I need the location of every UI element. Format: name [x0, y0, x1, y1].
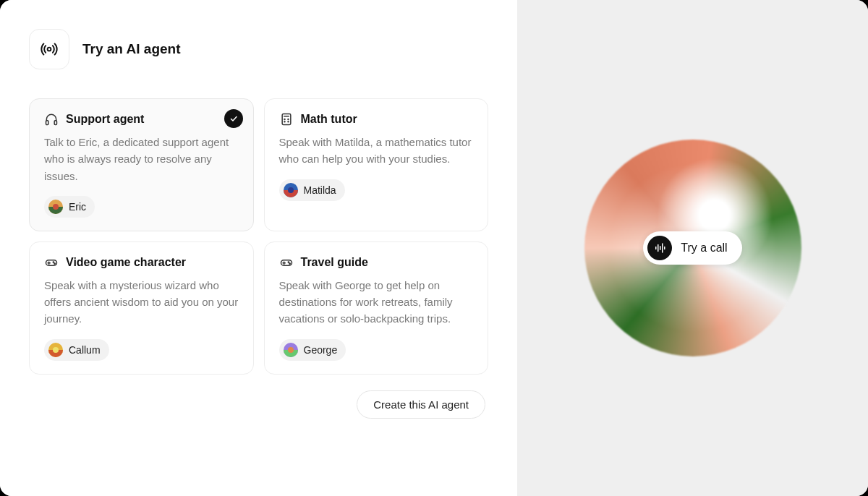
gamepad-icon	[44, 255, 59, 270]
calculator-icon	[279, 112, 294, 127]
agent-card-travel[interactable]: Travel guideSpeak with George to get hel…	[264, 241, 489, 375]
agent-grid: Support agentTalk to Eric, a dedicated s…	[29, 98, 488, 375]
header-icon-box	[29, 29, 69, 69]
avatar	[48, 200, 63, 214]
card-header: Video game character	[44, 255, 239, 270]
persona-name: Callum	[69, 344, 101, 356]
agent-card-math[interactable]: Math tutorSpeak with Matilda, a mathemat…	[264, 98, 489, 231]
card-title: Video game character	[66, 256, 186, 269]
svg-rect-5	[282, 114, 291, 125]
svg-point-4	[53, 204, 59, 210]
svg-rect-2	[54, 121, 56, 125]
selected-check-icon	[224, 109, 243, 128]
audio-wave-icon	[647, 236, 672, 260]
try-call-button[interactable]: Try a call	[643, 231, 741, 265]
agent-card-support[interactable]: Support agentTalk to Eric, a dedicated s…	[29, 98, 254, 231]
agent-card-wizard[interactable]: Video game characterSpeak with a mysteri…	[29, 241, 254, 375]
page-title: Try an AI agent	[82, 41, 181, 57]
svg-point-24	[289, 263, 289, 264]
svg-point-10	[288, 121, 289, 122]
card-description: Speak with a mysterious wizard who offer…	[44, 277, 239, 328]
gamepad-icon	[279, 255, 294, 270]
card-title: Support agent	[66, 113, 144, 126]
persona-name: George	[304, 344, 338, 356]
headphones-icon	[44, 112, 59, 127]
persona-chip: George	[279, 339, 346, 361]
persona-name: Eric	[69, 201, 86, 213]
avatar	[284, 183, 298, 197]
svg-rect-1	[46, 121, 48, 125]
create-agent-button[interactable]: Create this AI agent	[357, 390, 485, 419]
persona-name: Matilda	[304, 184, 336, 196]
svg-point-16	[53, 262, 54, 262]
svg-point-19	[53, 347, 59, 353]
card-title: Travel guide	[301, 256, 368, 269]
svg-point-0	[48, 48, 51, 51]
app-root: Try an AI agent Support agentTalk to Eri…	[0, 0, 868, 496]
header: Try an AI agent	[29, 29, 488, 69]
card-header: Travel guide	[279, 255, 474, 270]
avatar	[48, 343, 63, 357]
try-call-label: Try a call	[681, 241, 727, 255]
svg-point-8	[288, 119, 289, 120]
svg-point-17	[54, 263, 55, 264]
card-description: Talk to Eric, a dedicated support agent …	[44, 134, 239, 184]
persona-chip: Eric	[44, 196, 95, 218]
card-header: Math tutor	[279, 112, 474, 127]
left-panel: Try an AI agent Support agentTalk to Eri…	[0, 0, 517, 496]
persona-chip: Callum	[44, 339, 109, 361]
persona-chip: Matilda	[279, 179, 345, 201]
card-header: Support agent	[44, 112, 239, 127]
card-title: Math tutor	[301, 113, 357, 126]
svg-point-23	[288, 262, 289, 262]
card-description: Speak with George to get help on destina…	[279, 277, 474, 328]
right-panel: Try a call	[517, 0, 868, 496]
svg-point-7	[284, 119, 285, 120]
svg-point-12	[288, 187, 294, 193]
svg-point-9	[284, 121, 285, 122]
avatar	[284, 343, 298, 357]
svg-point-26	[288, 347, 294, 353]
broadcast-icon	[40, 40, 59, 59]
card-description: Speak with Matilda, a mathematics tutor …	[279, 134, 474, 168]
